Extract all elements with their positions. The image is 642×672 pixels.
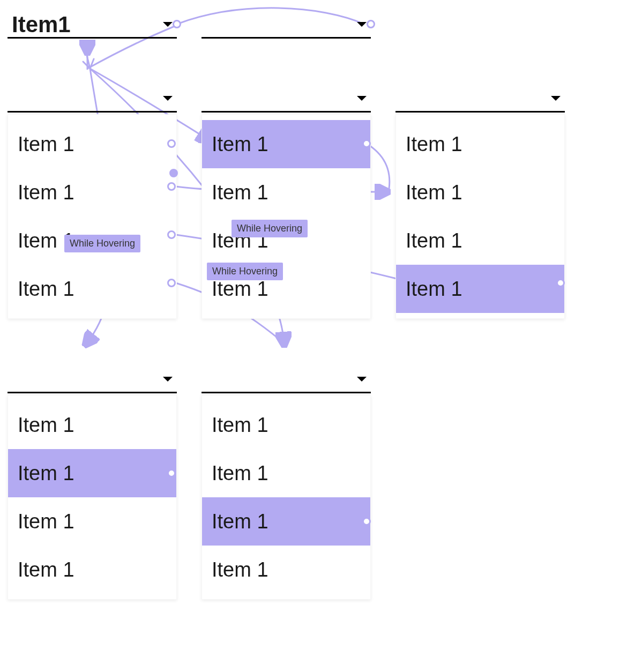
menu-item[interactable]: Item 1 <box>202 497 370 546</box>
connection-handle-icon[interactable] <box>167 182 176 191</box>
menu-item-label: Item 1 <box>18 181 74 204</box>
menu-item-label: Item 1 <box>18 278 74 301</box>
menu-item-label: Item 1 <box>212 558 268 581</box>
menu-item[interactable]: Item 1 <box>396 168 564 216</box>
menu-item-label: Item 1 <box>212 414 268 437</box>
badge-label: While Hovering <box>237 223 302 234</box>
menu-item-label: Item 1 <box>212 462 268 485</box>
connection-handle-icon[interactable] <box>367 20 375 28</box>
menu-item-label: Item 1 <box>212 278 268 301</box>
connection-handle-icon[interactable] <box>169 169 178 177</box>
interaction-badge[interactable]: While Hovering <box>232 220 308 237</box>
chevron-down-icon <box>357 377 367 382</box>
menu-item-label: Item 1 <box>18 510 74 533</box>
connection-handle-icon[interactable] <box>556 279 565 287</box>
dropdown-menu: Item 1 Item 1 Item 1 Item 1 <box>395 114 565 319</box>
menu-item[interactable]: Item 1 <box>202 401 370 449</box>
menu-item-label: Item 1 <box>18 558 74 581</box>
prototype-canvas: Item1 Item 1 Item 1 Item 1 Item 1 Item 1… <box>0 0 642 672</box>
connection-handle-icon[interactable] <box>167 230 176 239</box>
menu-item[interactable]: Item 1 <box>202 449 370 497</box>
menu-item-label: Item 1 <box>406 278 462 301</box>
menu-item[interactable]: Item 1 <box>396 216 564 265</box>
dropdown-header[interactable] <box>201 367 371 393</box>
badge-label: While Hovering <box>70 238 135 249</box>
connection-handle-icon[interactable] <box>167 469 176 477</box>
dropdown-header[interactable] <box>201 86 371 113</box>
dropdown-menu: Item 1 Item 1 Item 1 Item 1 <box>201 114 371 319</box>
menu-item[interactable]: Item 1 <box>202 546 370 594</box>
menu-item-label: Item 1 <box>212 510 268 533</box>
dropdown-menu: Item 1 Item 1 Item 1 Item 1 <box>8 395 177 600</box>
chevron-down-icon <box>163 377 173 382</box>
connection-handle-icon[interactable] <box>362 517 371 526</box>
dropdown-label: Item1 <box>12 12 163 38</box>
menu-item[interactable]: Item 1 <box>396 120 564 168</box>
dropdown-header[interactable] <box>8 86 177 113</box>
dropdown-menu: Item 1 Item 1 Item 1 Item 1 <box>201 395 371 600</box>
menu-item-label: Item 1 <box>18 462 74 485</box>
menu-item[interactable]: Item 1 <box>8 265 176 313</box>
interaction-badge[interactable]: While Hovering <box>64 235 140 252</box>
connection-handle-icon[interactable] <box>167 279 176 287</box>
dropdown-header[interactable] <box>201 12 371 39</box>
menu-item[interactable]: Item 1 <box>202 168 370 216</box>
menu-item-label: Item 1 <box>406 229 462 252</box>
chevron-down-icon <box>163 22 173 27</box>
dropdown-header[interactable]: Item1 <box>8 12 177 39</box>
menu-item[interactable]: Item 1 <box>202 120 370 168</box>
chevron-down-icon <box>357 96 367 101</box>
badge-label: While Hovering <box>212 266 278 277</box>
dropdown-menu: Item 1 Item 1 Item 1 Item 1 <box>8 114 177 319</box>
menu-item[interactable]: Item 1 <box>8 497 176 546</box>
menu-item[interactable]: Item 1 <box>8 401 176 449</box>
menu-item-label: Item 1 <box>406 133 462 156</box>
menu-item[interactable]: Item 1 <box>8 120 176 168</box>
chevron-down-icon <box>357 22 367 27</box>
chevron-down-icon <box>163 96 173 101</box>
dropdown-header[interactable] <box>8 367 177 393</box>
connection-handle-icon[interactable] <box>173 20 181 28</box>
connection-handle-icon[interactable] <box>362 139 371 148</box>
menu-item-label: Item 1 <box>18 414 74 437</box>
dropdown-header[interactable] <box>395 86 565 113</box>
interaction-badge[interactable]: While Hovering <box>207 263 283 280</box>
menu-item[interactable]: Item 1 <box>396 265 564 313</box>
menu-item[interactable]: Item 1 <box>8 546 176 594</box>
menu-item-label: Item 1 <box>212 181 268 204</box>
menu-item[interactable]: Item 1 <box>8 449 176 497</box>
menu-item-label: Item 1 <box>18 133 74 156</box>
menu-item-label: Item 1 <box>212 133 268 156</box>
menu-item-label: Item 1 <box>406 181 462 204</box>
menu-item[interactable]: Item 1 <box>8 168 176 216</box>
chevron-down-icon <box>551 96 561 101</box>
connection-handle-icon[interactable] <box>167 139 176 148</box>
